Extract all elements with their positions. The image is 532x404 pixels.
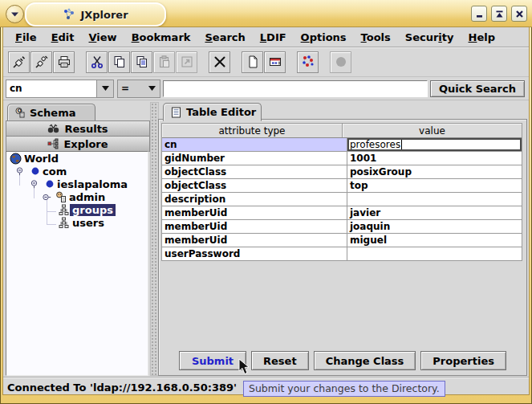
tree-node-users[interactable]: users <box>6 216 148 229</box>
stop-button <box>330 51 351 73</box>
copy-button[interactable] <box>108 51 130 73</box>
menu-bookmark[interactable]: Bookmark <box>124 30 198 45</box>
bookmark-button[interactable] <box>297 51 319 73</box>
attribute-table: attribute type value cn profesores gidNu… <box>161 123 522 261</box>
attribute-type-cell[interactable]: objectClass <box>162 179 347 192</box>
tree-node-ieslapaloma[interactable]: ieslapaloma <box>6 178 148 190</box>
tree-expand-handle[interactable] <box>42 192 51 202</box>
search-value-input[interactable] <box>163 80 428 97</box>
menu-edit[interactable]: Edit <box>44 30 82 45</box>
quick-search-button[interactable]: Quick Search <box>430 80 525 97</box>
table-row: description <box>162 193 522 206</box>
value-cell[interactable]: joaquin <box>347 220 522 233</box>
attribute-combo[interactable]: cn <box>6 80 114 98</box>
attribute-type-cell[interactable]: description <box>162 193 347 206</box>
disconnect-button[interactable] <box>30 51 52 73</box>
maximize-button[interactable] <box>491 6 507 22</box>
mouse-cursor-icon <box>238 358 251 376</box>
attribute-type-cell[interactable]: memberUid <box>162 234 347 247</box>
attribute-type-cell[interactable]: objectClass <box>162 165 347 178</box>
table-row: memberUid joaquin <box>162 220 522 234</box>
menu-security[interactable]: Security <box>398 30 461 45</box>
copy-pages-icon <box>112 55 127 69</box>
value-cell-editing[interactable]: profesores <box>347 138 522 151</box>
attribute-type-cell[interactable]: userPassword <box>162 247 347 260</box>
operator-combo-value: = <box>118 80 144 97</box>
value-cell[interactable]: top <box>347 179 522 192</box>
menu-label-part: ty <box>442 31 454 43</box>
new-entry-button[interactable] <box>242 51 263 73</box>
menu-help[interactable]: Help <box>461 30 502 45</box>
explore-tree-icon <box>47 138 59 149</box>
menu-file[interactable]: File <box>8 30 44 45</box>
new-document-icon <box>246 55 260 69</box>
value-cell[interactable]: posixGroup <box>347 165 522 178</box>
attribute-type-cell[interactable]: gidNumber <box>162 152 347 165</box>
tree-node-admin[interactable]: admin <box>6 190 148 203</box>
connection-status-text: Connected To 'ldap://192.168.0.50:389' <box>7 382 237 394</box>
editor-body: attribute type value cn profesores gidNu… <box>158 119 527 376</box>
cell-edit-text: profesores <box>350 139 400 150</box>
client-area: File Edit View Bookmark Search LDIF Opti… <box>2 27 530 395</box>
window-controls <box>471 6 527 22</box>
schema-icon: Q <box>14 107 26 118</box>
menu-tools[interactable]: Tools <box>354 30 398 45</box>
combo-arrow-button[interactable] <box>96 80 113 97</box>
tab-schema[interactable]: Q Schema <box>7 104 95 120</box>
chevron-down-icon <box>10 11 19 18</box>
print-button[interactable] <box>53 51 75 73</box>
tab-table-editor[interactable]: Table Editor <box>163 103 262 121</box>
tab-explore[interactable]: Explore <box>6 136 150 152</box>
tree-node-groups[interactable]: groups <box>6 203 148 216</box>
tree-expand-handle[interactable] <box>29 179 39 189</box>
minimize-icon <box>475 10 484 18</box>
menu-label-part: elp <box>477 31 495 43</box>
submit-button[interactable]: Submit <box>179 351 246 370</box>
editor-panel: Table Editor attribute type value cn pro… <box>158 102 527 376</box>
combo-arrow-button[interactable] <box>144 80 160 97</box>
tree-node-com[interactable]: com <box>6 165 148 178</box>
column-header-value[interactable]: value <box>343 124 522 137</box>
tree-node-world[interactable]: World <box>6 152 148 165</box>
properties-button[interactable]: Properties <box>420 351 506 370</box>
menu-options[interactable]: Options <box>294 30 354 45</box>
window-menu-button[interactable] <box>6 5 24 23</box>
tree-node-label: groups <box>70 204 116 216</box>
menu-view[interactable]: View <box>82 30 124 45</box>
column-header-attribute-type[interactable]: attribute type <box>162 124 343 137</box>
delete-button[interactable] <box>209 51 230 73</box>
value-cell[interactable] <box>347 247 522 260</box>
menu-ldif[interactable]: LDIF <box>253 30 294 45</box>
maximize-icon <box>495 10 504 18</box>
copy-dn-button[interactable] <box>131 51 152 73</box>
paste-button <box>153 51 175 73</box>
directory-tree[interactable]: World com ieslapaloma <box>6 151 148 376</box>
connect-plug-icon <box>12 55 26 69</box>
rename-button[interactable] <box>264 51 286 73</box>
value-cell[interactable]: 1001 <box>347 152 522 165</box>
menu-label-part: iew <box>96 31 116 43</box>
value-cell[interactable] <box>347 193 522 206</box>
table-row: objectClass top <box>162 179 522 193</box>
table-header: attribute type value <box>162 124 522 138</box>
close-button[interactable] <box>511 6 527 22</box>
value-cell[interactable]: miguel <box>347 234 522 247</box>
tree-node-label: com <box>40 165 69 178</box>
reset-button[interactable]: Reset <box>251 351 309 370</box>
window-title: JXplorer <box>80 9 128 21</box>
attribute-type-cell[interactable]: memberUid <box>162 220 347 233</box>
minimize-button[interactable] <box>471 6 487 22</box>
connect-button[interactable] <box>8 51 30 73</box>
title-bar[interactable]: JXplorer <box>0 0 532 27</box>
attribute-type-cell[interactable]: cn <box>162 138 347 151</box>
menu-label-part: Secur <box>405 31 439 43</box>
tree-expand-handle[interactable] <box>14 166 24 176</box>
value-cell[interactable]: javier <box>347 206 522 219</box>
cut-button[interactable] <box>86 51 108 73</box>
change-class-button[interactable]: Change Class <box>314 351 416 370</box>
jxplorer-logo-icon <box>63 8 75 21</box>
tab-results[interactable]: Results <box>6 120 150 137</box>
operator-combo[interactable]: = <box>117 80 160 98</box>
menu-search[interactable]: Search <box>197 30 252 45</box>
attribute-type-cell[interactable]: memberUid <box>162 206 347 219</box>
